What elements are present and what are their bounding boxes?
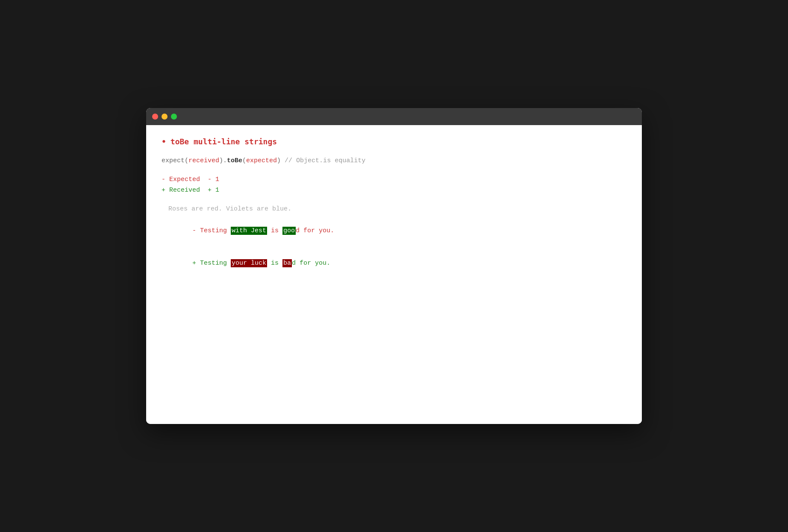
diff-expected-line: - Expected - 1 <box>162 174 626 185</box>
test-title: • toBe multi-line strings <box>162 137 626 146</box>
diff-summary: - Expected - 1 + Received + 1 <box>162 174 626 196</box>
maximize-button[interactable] <box>171 114 177 120</box>
minimize-button[interactable] <box>162 114 168 120</box>
test-title-text: toBe multi-line strings <box>171 137 277 146</box>
bad-highlight: ba <box>282 259 292 267</box>
expect-line: expect(received).toBe(expected) // Objec… <box>162 155 626 167</box>
expected-suffix: d for you. <box>296 227 334 234</box>
received-prefix: + Testing <box>192 260 231 267</box>
received-highlight: your luck <box>231 259 267 267</box>
expected-prefix: - Testing <box>192 227 231 234</box>
bullet-icon: • <box>162 137 166 146</box>
content-area: • toBe multi-line strings expect(receive… <box>146 125 642 424</box>
received-param: received <box>188 157 219 164</box>
expect-close: ). <box>219 157 227 164</box>
received-mid: is <box>267 260 282 267</box>
context-line: Roses are red. Violets are blue. <box>162 204 626 215</box>
expected-test-line: - Testing with Jest is good for you. <box>162 214 626 247</box>
received-suffix: d for you. <box>292 260 330 267</box>
diff-received-line: + Received + 1 <box>162 185 626 196</box>
good-highlight: goo <box>282 227 296 235</box>
close-button[interactable] <box>152 114 158 120</box>
received-test-line: + Testing your luck is bad for you. <box>162 247 626 280</box>
expect-end: ) <box>277 157 285 164</box>
code-block: expect(received).toBe(expected) // Objec… <box>162 155 626 280</box>
app-window: • toBe multi-line strings expect(receive… <box>146 108 642 424</box>
tobe-method: toBe <box>227 157 242 164</box>
comment: // Object.is equality <box>285 157 365 164</box>
expected-mid: is <box>267 227 282 234</box>
expect-args: ( <box>242 157 246 164</box>
expected-highlight: with Jest <box>231 227 267 235</box>
titlebar <box>146 108 642 125</box>
expect-fn: expect( <box>162 157 188 164</box>
expected-param: expected <box>246 157 277 164</box>
